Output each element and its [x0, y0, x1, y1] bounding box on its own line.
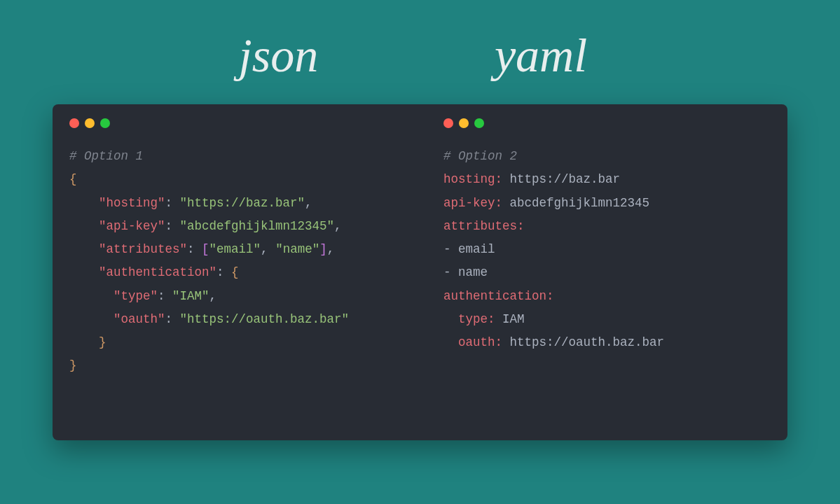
yaml-panel: # Option 2 hosting: https://baz.bar api-…: [427, 104, 787, 440]
json-key-hosting: "hosting": [99, 196, 165, 210]
colon: :: [216, 265, 224, 279]
comma: ,: [305, 196, 312, 210]
json-code: # Option 1 { "hosting": "https://baz.bar…: [69, 145, 410, 378]
open-brace: {: [69, 172, 77, 186]
window-controls-left: [69, 118, 410, 128]
window-controls-right: [443, 118, 771, 128]
indent: [69, 335, 99, 349]
json-key-attributes: "attributes": [99, 242, 187, 256]
json-val-type: "IAM": [172, 289, 209, 303]
maximize-icon: [100, 118, 110, 128]
dash: -: [443, 265, 458, 279]
comma: ,: [334, 219, 342, 233]
auth-open-brace: {: [231, 265, 239, 279]
yaml-attr-name: name: [458, 265, 488, 279]
bracket-open: [: [202, 242, 209, 256]
yaml-heading: yaml: [495, 28, 587, 83]
indent: [69, 242, 99, 256]
yaml-key-apikey: api-key:: [443, 196, 502, 210]
yaml-attr-email: email: [458, 242, 495, 256]
json-val-oauth: "https://oauth.baz.bar": [180, 312, 350, 326]
yaml-key-oauth: oauth:: [458, 335, 502, 349]
bracket-close: ]: [319, 242, 327, 256]
indent: [69, 289, 113, 303]
close-brace: }: [69, 358, 77, 372]
yaml-val-apikey: abcdefghijklmn12345: [510, 196, 650, 210]
indent: [443, 335, 458, 349]
indent: [69, 312, 113, 326]
indent: [69, 265, 99, 279]
colon: :: [187, 242, 195, 256]
colon: :: [165, 312, 173, 326]
close-icon: [69, 118, 79, 128]
yaml-comment: # Option 2: [443, 149, 517, 163]
minimize-icon: [85, 118, 95, 128]
json-attr-email: "email": [209, 242, 261, 256]
json-panel: # Option 1 { "hosting": "https://baz.bar…: [53, 104, 427, 440]
yaml-key-attributes: attributes:: [443, 219, 525, 233]
json-key-oauth: "oauth": [113, 312, 165, 326]
comma: ,: [209, 289, 217, 303]
maximize-icon: [474, 118, 484, 128]
comma: ,: [261, 242, 268, 256]
dash: -: [443, 242, 458, 256]
json-key-apikey: "api-key": [99, 219, 165, 233]
yaml-val-hosting: https://baz.bar: [510, 172, 621, 186]
minimize-icon: [459, 118, 469, 128]
json-key-auth: "authentication": [99, 265, 216, 279]
headings-row: json yaml: [0, 0, 840, 104]
close-icon: [443, 118, 453, 128]
yaml-val-type: IAM: [502, 312, 525, 326]
json-key-type: "type": [113, 289, 158, 303]
json-comment: # Option 1: [69, 149, 143, 163]
indent: [69, 219, 99, 233]
colon: :: [158, 289, 165, 303]
yaml-code: # Option 2 hosting: https://baz.bar api-…: [443, 145, 771, 354]
indent: [443, 312, 458, 326]
comma: ,: [327, 242, 335, 256]
auth-close-brace: }: [99, 335, 106, 349]
json-heading: json: [239, 28, 318, 83]
code-window: # Option 1 { "hosting": "https://baz.bar…: [53, 104, 787, 440]
yaml-key-hosting: hosting:: [443, 172, 502, 186]
json-val-hosting: "https://baz.bar": [180, 196, 305, 210]
colon: :: [165, 196, 173, 210]
yaml-key-auth: authentication:: [443, 289, 554, 303]
yaml-key-type: type:: [458, 312, 495, 326]
colon: :: [165, 219, 173, 233]
json-val-apikey: "abcdefghijklmn12345": [180, 219, 335, 233]
json-attr-name: "name": [275, 242, 319, 256]
yaml-val-oauth: https://oauth.baz.bar: [510, 335, 665, 349]
indent: [69, 196, 99, 210]
